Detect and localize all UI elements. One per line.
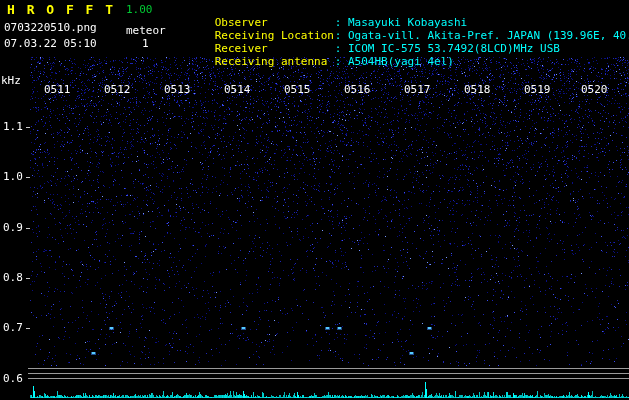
date-time: 07.03.22 05:10 bbox=[4, 38, 97, 49]
time-tick-label: 0513 bbox=[164, 84, 191, 95]
time-tick-label: 0514 bbox=[224, 84, 251, 95]
info-label: Receiver bbox=[215, 42, 335, 55]
mode-label: meteor bbox=[126, 25, 166, 36]
app-version: 1.00 bbox=[126, 4, 153, 15]
freq-axis-unit: kHz bbox=[1, 75, 21, 86]
app-title: H R O F F T bbox=[7, 3, 115, 16]
freq-tick-label: 0.6 bbox=[3, 373, 23, 384]
freq-tick-label: 0.7 bbox=[3, 322, 23, 333]
time-tick-label: 0519 bbox=[524, 84, 551, 95]
freq-tick-label: 1.0 bbox=[3, 171, 23, 182]
freq-tick-label: 0.8 bbox=[3, 272, 23, 283]
info-label: Observer bbox=[215, 16, 335, 29]
info-value: : Masayuki Kobayashi bbox=[335, 16, 467, 29]
freq-tick-label: 1.1 bbox=[3, 121, 23, 132]
info-label: Receiving Location bbox=[215, 29, 335, 42]
info-row-observer: Observer: Masayuki Kobayashi bbox=[175, 3, 629, 16]
time-tick-label: 0517 bbox=[404, 84, 431, 95]
time-tick-label: 0518 bbox=[464, 84, 491, 95]
time-tick-label: 0520 bbox=[581, 84, 608, 95]
time-tick-label: 0515 bbox=[284, 84, 311, 95]
info-value: : ICOM IC-575 53.7492(8LCD)MHz USB bbox=[335, 42, 560, 55]
time-tick-label: 0512 bbox=[104, 84, 131, 95]
time-tick-label: 0516 bbox=[344, 84, 371, 95]
meteor-count: 1 bbox=[142, 38, 149, 49]
time-tick-label: 0511 bbox=[44, 84, 71, 95]
station-info: Observer: Masayuki Kobayashi Receiving L… bbox=[175, 3, 629, 55]
info-value: : A504HB(yagi 4el) bbox=[335, 55, 454, 68]
info-value: : Ogata-vill. Akita-Pref. JAPAN (139.96E… bbox=[335, 29, 629, 42]
hrofft-screen: H R O F F T 1.00 0703220510.png meteor 0… bbox=[0, 0, 629, 400]
info-label: Receiving antenna bbox=[215, 55, 335, 68]
output-filename: 0703220510.png bbox=[4, 22, 97, 33]
freq-tick-label: 0.9 bbox=[3, 222, 23, 233]
